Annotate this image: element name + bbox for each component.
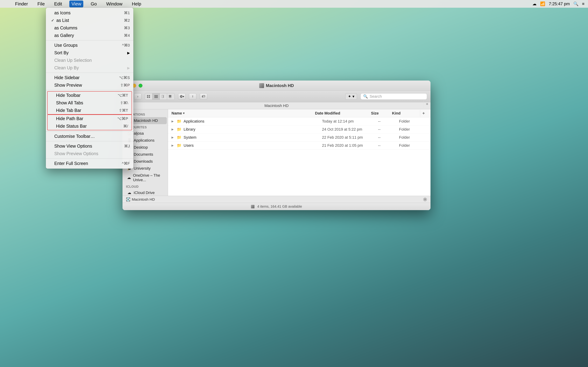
menu-item-hide-status-bar[interactable]: Hide Status Bar ⌘/ — [48, 122, 132, 130]
menu-check-gallery — [51, 33, 52, 38]
file-menu-item[interactable]: File — [35, 0, 47, 7]
menu-item-clean-up-by[interactable]: Clean Up By ▶ — [46, 64, 133, 72]
search-icon[interactable]: 🔍 — [573, 1, 579, 6]
share-button[interactable]: ↑ — [189, 93, 196, 100]
row-arrow-users: ▶ — [172, 144, 174, 147]
menu-check-cleanup-by — [51, 66, 52, 70]
menu-item-as-list[interactable]: ✓ as List ⌘2 — [46, 17, 133, 24]
menu-check-cleanup-sel — [51, 58, 52, 63]
finder-window: Macintosh HD ‹ › ⚙▾ ↑ 🏷 — [122, 81, 431, 210]
menu-item-use-groups[interactable]: Use Groups ^⌘0 — [46, 42, 133, 49]
sidebar-label-icloud-drive: iCloud Drive — [134, 191, 155, 195]
col-date-header[interactable]: Date Modified — [315, 111, 371, 116]
menu-label-show-preview-options: Show Preview Options — [54, 151, 130, 156]
menu-label-as-gallery: as Gallery — [54, 33, 124, 38]
file-label-applications: Applications — [184, 119, 204, 124]
menu-shortcut-show-view-options: ⌘J — [124, 144, 130, 149]
search-placeholder: Search — [370, 94, 382, 99]
col-kind-header[interactable]: Kind — [392, 111, 420, 116]
pathbar-path: Macintosh HD — [132, 197, 155, 201]
menu-check-use-groups — [51, 43, 52, 48]
file-row-library[interactable]: ▶ 📁 Library 24 Oct 2019 at 5:22 pm -- Fo… — [168, 125, 431, 133]
view-menu-item[interactable]: View — [69, 0, 83, 7]
menu-item-show-view-options[interactable]: Show View Options ⌘J — [46, 142, 133, 150]
menu-item-as-gallery[interactable]: as Gallery ⌘4 — [46, 32, 133, 39]
col-name-label: Name — [172, 111, 182, 116]
view-as-list-button[interactable] — [152, 93, 160, 100]
menu-item-hide-toolbar[interactable]: Hide Toolbar ⌥⌘T — [48, 92, 132, 99]
menu-shortcut-hide-toolbar: ⌥⌘T — [118, 93, 128, 98]
dropbox-label: ▾ — [352, 94, 354, 99]
menu-separator-5 — [46, 141, 133, 141]
menu-item-clean-up-selection[interactable]: Clean Up Selection — [46, 57, 133, 64]
finder-titlebar: Macintosh HD — [122, 81, 431, 91]
view-as-icons-button[interactable] — [145, 93, 152, 100]
menu-item-show-preview[interactable]: Show Preview ⇧⌘P — [46, 81, 133, 89]
finder-menu-item[interactable]: Finder — [13, 0, 30, 7]
menu-label-show-view-options: Show View Options — [54, 144, 124, 149]
menu-item-hide-path-bar[interactable]: Hide Path Bar ⌥⌘P — [48, 115, 132, 122]
edit-menu-item[interactable]: Edit — [52, 0, 64, 7]
control-center-icon[interactable]: ≡ — [582, 1, 585, 6]
window-menu-item[interactable]: Window — [104, 0, 124, 7]
pathbar-close-button[interactable]: × — [423, 198, 427, 201]
menu-separator-6 — [46, 158, 133, 159]
sidebar-item-icloud-drive[interactable]: ☁ iCloud Drive — [123, 189, 167, 196]
finder-statusbar: 4 items, 164.41 GB available — [122, 203, 431, 210]
menu-item-hide-sidebar[interactable]: Hide Sidebar ⌥⌘S — [46, 74, 133, 81]
sidebar-label-desktop: Desktop — [134, 145, 148, 150]
menu-shortcut-enter-full-screen: ^⌘F — [122, 161, 130, 166]
file-date-users: 21 Feb 2020 at 1:05 pm — [322, 143, 378, 148]
file-kind-library: Folder — [399, 127, 427, 132]
file-row-users[interactable]: ▶ 📁 Users 21 Feb 2020 at 1:05 pm -- Fold… — [168, 142, 431, 150]
menu-item-as-columns[interactable]: as Columns ⌘3 — [46, 24, 133, 32]
menu-item-as-icons[interactable]: as Icons ⌘1 — [46, 9, 133, 17]
search-box[interactable]: 🔍 Search — [360, 93, 427, 100]
breadcrumb-text: Macintosh HD — [264, 103, 289, 108]
view-as-columns-button[interactable] — [160, 93, 167, 100]
col-date-label: Date Modified — [315, 111, 340, 115]
add-column-button[interactable]: + — [420, 110, 427, 117]
help-menu-item[interactable]: Help — [130, 0, 143, 7]
apple-menu-item[interactable] — [3, 3, 8, 5]
menu-shortcut-show-all-tabs: ⇧⌘\ — [120, 101, 128, 105]
maximize-button[interactable] — [139, 84, 142, 88]
forward-button[interactable]: › — [134, 93, 141, 100]
col-size-header[interactable]: Size — [371, 111, 392, 116]
col-size-label: Size — [371, 111, 379, 115]
svg-rect-6 — [154, 97, 158, 98]
dropbox-button[interactable]: ✦ ▾ — [345, 93, 357, 100]
menu-check-list: ✓ — [51, 18, 54, 23]
menu-item-customise-toolbar[interactable]: Customise Toolbar… — [46, 133, 133, 140]
menu-item-sort-by[interactable]: Sort By ▶ — [46, 49, 133, 57]
tag-button[interactable]: 🏷 — [200, 93, 207, 100]
sidebar-item-onedrive[interactable]: ☁ OneDrive – The Unive... — [123, 172, 167, 184]
wifi-icon: 📶 — [540, 1, 545, 6]
menu-item-enter-full-screen[interactable]: Enter Full Screen ^⌘F — [46, 160, 133, 167]
menu-label-clean-up-selection: Clean Up Selection — [54, 58, 130, 63]
file-size-applications: -- — [378, 119, 399, 124]
finder-title-text: Macintosh HD — [266, 83, 294, 88]
menu-separator-1 — [46, 40, 133, 41]
col-kind-label: Kind — [392, 111, 400, 115]
menu-check-hide-path-bar — [53, 117, 54, 121]
menu-shortcut-as-columns: ⌘3 — [124, 26, 130, 30]
svg-rect-7 — [162, 95, 163, 98]
menu-item-hide-tab-bar[interactable]: Hide Tab Bar ⇧⌘T — [48, 107, 132, 114]
sort-arrow: ▾ — [183, 112, 184, 115]
add-tab-button[interactable]: + — [424, 100, 431, 108]
menu-check-sort-by — [51, 50, 52, 55]
menu-item-show-preview-options[interactable]: Show Preview Options — [46, 150, 133, 158]
file-row-applications[interactable]: ▶ 📁 Applications Today at 12:14 pm -- Fo… — [168, 117, 431, 125]
file-name-system: ▶ 📁 System — [172, 135, 322, 140]
menu-label-hide-sidebar: Hide Sidebar — [54, 75, 119, 80]
action-gear-button[interactable]: ⚙▾ — [178, 93, 186, 100]
view-as-gallery-button[interactable] — [167, 93, 174, 100]
file-row-system[interactable]: ▶ 📁 System 22 Feb 2020 at 5:11 pm -- Fol… — [168, 133, 431, 142]
go-menu-item[interactable]: Go — [89, 0, 99, 7]
col-name-header[interactable]: Name ▾ — [172, 111, 315, 116]
menu-separator-2 — [46, 73, 133, 73]
file-kind-applications: Folder — [399, 119, 427, 124]
menu-label-sort-by: Sort By — [54, 50, 127, 55]
menu-item-show-all-tabs[interactable]: Show All Tabs ⇧⌘\ — [48, 99, 132, 107]
